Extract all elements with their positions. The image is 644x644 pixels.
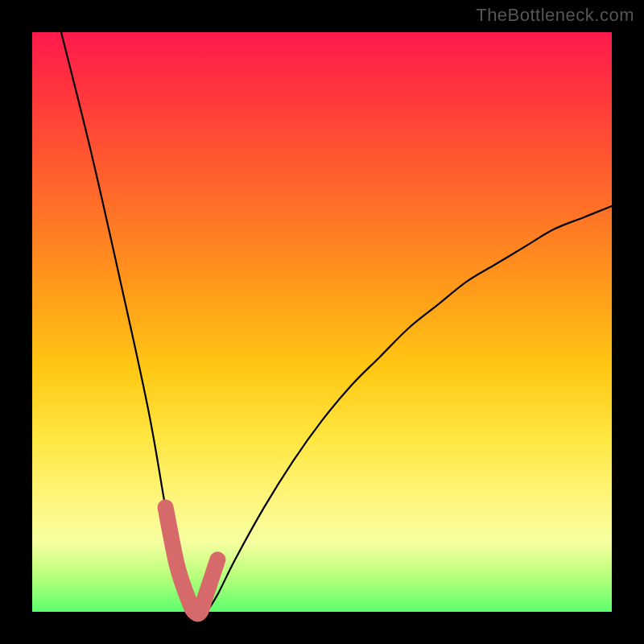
chart-frame: TheBottleneck.com xyxy=(0,0,644,644)
curve-svg xyxy=(32,32,612,612)
attribution-label: TheBottleneck.com xyxy=(476,5,634,26)
plot-area xyxy=(32,32,612,612)
trough-marker xyxy=(166,507,218,613)
bottleneck-curve xyxy=(61,32,612,613)
